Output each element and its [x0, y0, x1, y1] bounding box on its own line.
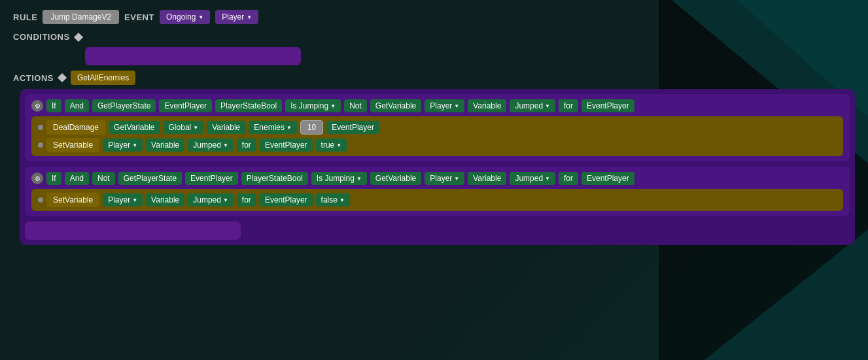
actions-label: ACTIONS	[13, 73, 54, 83]
get-all-enemies-chip[interactable]: GetAllEnemies	[71, 71, 135, 85]
event-player-chip-1c[interactable]: EventPlayer	[326, 121, 379, 134]
variable-chip-1a[interactable]: Variable	[468, 99, 506, 112]
rule-bar: RULE Jump DamageV2 EVENT Ongoing Player	[13, 10, 855, 24]
conditions-label: CONDITIONS	[13, 32, 70, 42]
player-chip-2b[interactable]: Player	[103, 193, 143, 206]
global-chip[interactable]: Global	[164, 121, 204, 134]
for-chip-2b[interactable]: for	[237, 193, 256, 206]
conditions-diamond	[74, 32, 83, 41]
set-variable-row-1: SetVariable Player Variable Jumped for E…	[38, 138, 837, 152]
deal-damage-chip[interactable]: DealDamage	[46, 120, 105, 135]
rule-name-button[interactable]: Jump DamageV2	[43, 10, 119, 24]
variable-chip-2b[interactable]: Variable	[146, 193, 184, 206]
get-variable-chip-2[interactable]: GetVariable	[370, 172, 421, 185]
bottom-purple-bar	[25, 221, 241, 240]
event-label: EVENT	[124, 12, 154, 22]
actions-section: ACTIONS GetAllEnemies ⚙ If And GetPlayer…	[13, 71, 855, 245]
is-jumping-chip-2[interactable]: Is Jumping	[311, 172, 367, 185]
player-chip-1a[interactable]: Player	[425, 99, 464, 112]
event-player-chip-2c[interactable]: EventPlayer	[260, 193, 313, 206]
jumped-chip-2a[interactable]: Jumped	[510, 172, 555, 185]
variable-chip-1b[interactable]: Variable	[207, 121, 245, 134]
player-chip-1b[interactable]: Player	[103, 139, 143, 152]
gear-icon-2[interactable]: ⚙	[31, 172, 43, 184]
variable-chip-2a[interactable]: Variable	[468, 172, 506, 185]
not-chip-2[interactable]: Not	[92, 172, 115, 185]
if-block-2: ⚙ If And Not GetPlayerState EventPlayer …	[25, 167, 850, 216]
set-variable-chip-1[interactable]: SetVariable	[46, 138, 99, 152]
get-variable-chip-1b[interactable]: GetVariable	[109, 121, 160, 134]
and-chip-2[interactable]: And	[65, 172, 89, 185]
player-state-bool-chip-2[interactable]: PlayerStateBool	[241, 172, 308, 185]
conditions-area	[85, 47, 301, 65]
variable-chip-1c[interactable]: Variable	[146, 139, 184, 152]
for-chip-1a[interactable]: for	[559, 99, 578, 112]
player-state-bool-chip-1[interactable]: PlayerStateBool	[215, 99, 282, 112]
event-player-chip-2b[interactable]: EventPlayer	[582, 172, 634, 185]
gold-inner-block-2: SetVariable Player Variable Jumped for E…	[31, 189, 843, 211]
actions-diamond	[58, 73, 67, 82]
for-chip-2a[interactable]: for	[559, 172, 578, 185]
player-dropdown[interactable]: Player	[215, 10, 258, 24]
false-chip[interactable]: false	[316, 193, 350, 206]
event-player-chip-2a[interactable]: EventPlayer	[185, 172, 238, 185]
event-player-chip-1d[interactable]: EventPlayer	[260, 139, 313, 152]
if-block-2-row: ⚙ If And Not GetPlayerState EventPlayer …	[31, 172, 843, 185]
enemies-chip[interactable]: Enemies	[249, 121, 297, 134]
if-chip-2[interactable]: If	[46, 172, 61, 185]
jumped-chip-1a[interactable]: Jumped	[510, 99, 555, 112]
not-chip-1[interactable]: Not	[344, 99, 367, 112]
gold-inner-block-1: DealDamage GetVariable Global Variable E…	[31, 116, 843, 156]
if-chip-1[interactable]: If	[46, 99, 61, 112]
true-chip[interactable]: true	[316, 139, 347, 152]
set-variable-row-2: SetVariable Player Variable Jumped for E…	[38, 193, 837, 207]
set-variable-chip-2[interactable]: SetVariable	[46, 193, 99, 207]
event-player-chip-1a[interactable]: EventPlayer	[159, 99, 212, 112]
for-chip-1b[interactable]: for	[237, 139, 256, 152]
dot-3	[38, 197, 43, 203]
player-chip-2a[interactable]: Player	[425, 172, 464, 185]
actions-header-row: ACTIONS GetAllEnemies	[13, 71, 855, 85]
get-player-state-chip-1[interactable]: GetPlayerState	[92, 99, 156, 112]
rule-label: RULE	[13, 12, 37, 22]
get-player-state-chip-2[interactable]: GetPlayerState	[118, 172, 182, 185]
dot-1	[38, 125, 43, 130]
ongoing-dropdown[interactable]: Ongoing	[160, 10, 210, 24]
jumped-chip-1b[interactable]: Jumped	[188, 139, 234, 152]
jumped-chip-2b[interactable]: Jumped	[188, 193, 234, 206]
dot-2	[38, 142, 43, 148]
outer-purple-block: ⚙ If And GetPlayerState EventPlayer Play…	[20, 89, 855, 245]
is-jumping-chip-1[interactable]: Is Jumping	[285, 99, 341, 112]
number-chip[interactable]: 10	[300, 120, 323, 135]
gear-icon-1[interactable]: ⚙	[31, 100, 43, 112]
if-block-1: ⚙ If And GetPlayerState EventPlayer Play…	[25, 94, 850, 161]
event-player-chip-1b[interactable]: EventPlayer	[582, 99, 634, 112]
if-block-1-row: ⚙ If And GetPlayerState EventPlayer Play…	[31, 99, 843, 112]
deal-damage-row: DealDamage GetVariable Global Variable E…	[38, 120, 837, 135]
conditions-header: CONDITIONS	[13, 32, 855, 42]
and-chip-1[interactable]: And	[65, 99, 89, 112]
get-variable-chip-1[interactable]: GetVariable	[370, 99, 421, 112]
